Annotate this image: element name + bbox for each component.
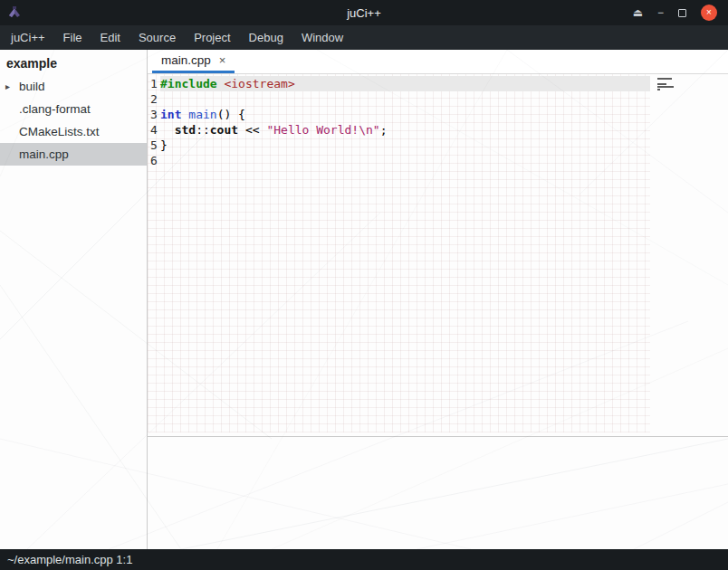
window-title: juCi++ — [0, 6, 728, 20]
file-tree: example ▸build.clang-formatCMakeLists.tx… — [0, 50, 148, 549]
code-lines: 1#include <iostream>23int main() {4 std:… — [148, 76, 728, 168]
tab-main-cpp[interactable]: main.cpp × — [152, 50, 235, 73]
sidebar-item-cmakelists-txt[interactable]: CMakeLists.txt — [0, 120, 147, 143]
code-line-4[interactable]: 4 std::cout << "Hello World!\n"; — [148, 122, 728, 138]
app-window: juCi++ ⏏ − × juCi++FileEditSourceProject… — [0, 0, 728, 570]
titlebar: juCi++ ⏏ − × — [0, 0, 728, 25]
tab-close-icon[interactable]: × — [219, 53, 226, 67]
code-text: int main() { — [160, 107, 650, 122]
expander-icon[interactable]: ▸ — [5, 81, 19, 91]
content-area: example ▸build.clang-formatCMakeLists.tx… — [0, 50, 728, 549]
line-number: 4 — [148, 122, 160, 138]
close-button[interactable]: × — [701, 5, 717, 21]
output-panel[interactable] — [148, 437, 728, 549]
file-list: ▸build.clang-formatCMakeLists.txtmain.cp… — [0, 75, 147, 166]
file-name: .clang-format — [19, 102, 91, 116]
menu-edit[interactable]: Edit — [91, 25, 129, 50]
minimap[interactable] — [657, 78, 676, 93]
maximize-button[interactable] — [678, 9, 686, 17]
minimize-button[interactable]: − — [657, 7, 664, 18]
file-name: build — [19, 80, 45, 93]
code-line-2[interactable]: 2 — [148, 91, 728, 107]
tab-label: main.cpp — [161, 53, 211, 67]
line-number: 2 — [148, 91, 160, 107]
line-number: 5 — [148, 138, 160, 153]
line-number: 3 — [148, 107, 160, 122]
code-text: std::cout << "Hello World!\n"; — [160, 122, 650, 138]
code-text: } — [160, 138, 650, 153]
menu-file[interactable]: File — [54, 25, 91, 50]
code-line-6[interactable]: 6 — [148, 153, 728, 168]
main-panel: main.cpp × 1#include <iostream>23int mai… — [148, 50, 728, 549]
window-controls: ⏏ − × — [633, 5, 717, 21]
file-name: main.cpp — [19, 147, 69, 161]
eject-icon[interactable]: ⏏ — [633, 7, 643, 18]
code-line-3[interactable]: 3int main() { — [148, 107, 728, 122]
line-number: 6 — [148, 153, 160, 168]
code-text: #include <iostream> — [160, 76, 650, 91]
menu-project[interactable]: Project — [185, 25, 239, 50]
tabbar: main.cpp × — [148, 50, 728, 74]
file-name: CMakeLists.txt — [19, 125, 100, 138]
statusbar: ~/example/main.cpp 1:1 — [0, 549, 728, 570]
app-icon — [7, 5, 22, 20]
code-text — [160, 153, 650, 168]
menu-juci[interactable]: juCi++ — [2, 25, 54, 50]
menu-source[interactable]: Source — [129, 25, 185, 50]
project-root-label[interactable]: example — [0, 50, 147, 75]
menubar: juCi++FileEditSourceProjectDebugWindow — [0, 25, 728, 50]
status-location: ~/example/main.cpp 1:1 — [7, 553, 132, 566]
menu-debug[interactable]: Debug — [240, 25, 292, 50]
code-line-1[interactable]: 1#include <iostream> — [148, 76, 728, 91]
sidebar-item-main-cpp[interactable]: main.cpp — [0, 143, 147, 166]
sidebar-item--clang-format[interactable]: .clang-format — [0, 98, 147, 120]
menu-window[interactable]: Window — [292, 25, 352, 50]
code-text — [160, 91, 650, 107]
sidebar-item-build[interactable]: ▸build — [0, 75, 147, 98]
code-editor[interactable]: 1#include <iostream>23int main() {4 std:… — [148, 74, 728, 437]
line-number: 1 — [148, 76, 160, 91]
code-line-5[interactable]: 5} — [148, 138, 728, 153]
